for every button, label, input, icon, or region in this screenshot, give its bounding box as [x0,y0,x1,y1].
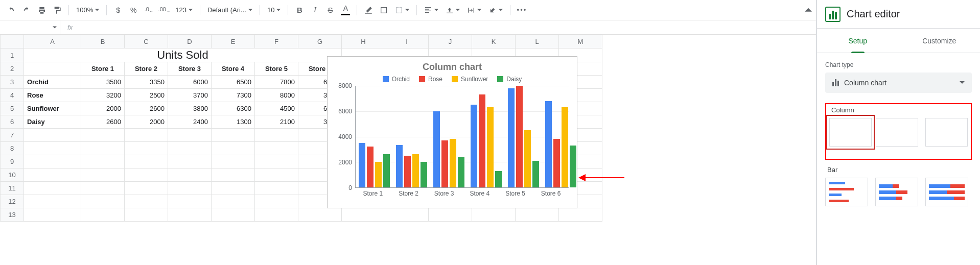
cell[interactable] [255,208,298,222]
thumb-stacked-column-2[interactable] [925,118,968,147]
thumb-100-stacked-bar[interactable] [925,178,968,206]
bold-button[interactable]: B [292,3,307,18]
row-header[interactable]: 10 [1,168,24,182]
col-header[interactable]: E [212,35,255,49]
cell[interactable] [255,142,298,155]
paint-format-button[interactable] [50,3,64,18]
halign-button[interactable] [421,3,441,17]
number-format-select[interactable]: 123 [172,3,196,17]
merge-button[interactable] [392,3,412,17]
cell[interactable]: 2400 [168,115,212,129]
undo-button[interactable] [4,3,18,18]
embedded-chart[interactable]: Column chart OrchidRoseSunflowerDaisy 02… [327,56,577,208]
cell[interactable] [81,208,125,222]
cell[interactable]: 2000 [125,115,168,129]
valign-button[interactable] [442,3,463,17]
cell[interactable] [385,208,429,222]
row-header[interactable]: 12 [1,195,24,208]
currency-button[interactable]: $ [111,3,125,18]
cell[interactable]: 6500 [212,76,255,89]
cell[interactable] [24,62,81,76]
cell[interactable]: 3350 [125,76,168,89]
cell[interactable]: 1300 [212,115,255,129]
cell[interactable] [168,155,212,168]
cell[interactable] [24,168,81,182]
cell[interactable] [125,142,168,155]
col-header[interactable]: K [472,35,516,49]
name-box[interactable] [0,20,60,34]
row-header[interactable]: 6 [1,115,24,129]
cell[interactable] [212,195,255,208]
col-header[interactable]: A [24,35,81,49]
zoom-select[interactable]: 100% [73,3,102,17]
row-header[interactable]: 7 [1,129,24,142]
cell[interactable]: 6300 [212,102,255,115]
cell[interactable] [125,129,168,142]
font-select[interactable]: Default (Ari... [204,3,255,17]
row-header[interactable]: 8 [1,142,24,155]
cell[interactable] [255,129,298,142]
col-header[interactable]: M [559,35,602,49]
cell[interactable] [168,142,212,155]
strike-button[interactable]: S [323,3,337,18]
fill-color-button[interactable] [361,3,376,18]
cell[interactable] [24,195,81,208]
cell[interactable] [24,129,81,142]
cell[interactable] [298,208,342,222]
row-header[interactable]: 1 [1,49,24,62]
cell[interactable]: 3800 [168,102,212,115]
thumb-stacked-bar[interactable] [875,178,918,206]
cell[interactable]: Store 2 [125,62,168,76]
cell[interactable]: Rose [24,89,81,102]
cell[interactable] [212,168,255,182]
cell[interactable]: 4500 [255,102,298,115]
percent-button[interactable]: % [126,3,141,18]
cell[interactable]: 3500 [81,76,125,89]
cell[interactable] [212,142,255,155]
col-header[interactable]: B [81,35,125,49]
col-header[interactable]: H [342,35,385,49]
cell[interactable] [342,208,385,222]
row-header[interactable]: 13 [1,208,24,222]
cell[interactable]: 6000 [168,76,212,89]
cell[interactable] [255,195,298,208]
col-header[interactable]: D [168,35,212,49]
tab-setup[interactable]: Setup [817,29,899,53]
cell[interactable]: 2600 [125,102,168,115]
col-header[interactable]: F [255,35,298,49]
cell[interactable] [168,182,212,195]
formula-input[interactable] [80,20,816,34]
cell[interactable]: Sunflower [24,102,81,115]
cell[interactable] [125,208,168,222]
italic-button[interactable]: I [308,3,322,18]
cell[interactable]: Store 1 [81,62,125,76]
cell[interactable]: 7800 [255,76,298,89]
row-header[interactable]: 3 [1,76,24,89]
cell[interactable]: 2500 [125,89,168,102]
cell[interactable]: Store 4 [212,62,255,76]
cell[interactable] [81,155,125,168]
print-button[interactable] [35,3,49,18]
row-header[interactable]: 2 [1,62,24,76]
wrap-button[interactable] [464,3,484,17]
cell[interactable] [125,195,168,208]
cell[interactable] [168,195,212,208]
cell[interactable] [168,129,212,142]
text-color-button[interactable]: A [338,3,353,18]
col-header[interactable]: I [385,35,429,49]
cell[interactable] [24,182,81,195]
cell[interactable] [81,142,125,155]
borders-button[interactable] [377,3,391,18]
cell[interactable] [24,208,81,222]
col-header[interactable]: J [429,35,472,49]
decrease-decimal-button[interactable]: .0← [142,3,156,18]
thumb-bar-chart[interactable] [825,178,868,206]
cell[interactable] [125,168,168,182]
collapse-toolbar-button[interactable] [805,7,812,14]
cell[interactable]: 2600 [81,115,125,129]
cell[interactable] [125,182,168,195]
cell[interactable] [81,195,125,208]
cell[interactable] [472,208,516,222]
row-header[interactable]: 9 [1,155,24,168]
cell[interactable] [168,208,212,222]
